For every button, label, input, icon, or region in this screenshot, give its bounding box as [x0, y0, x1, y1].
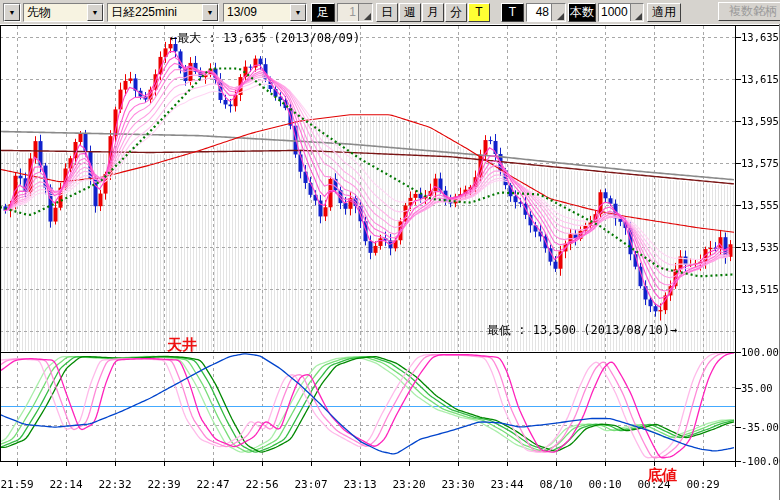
- multi-symbol-button[interactable]: 複数銘柄: [718, 2, 780, 21]
- apply-button[interactable]: 適用: [647, 3, 681, 22]
- chevron-down-icon[interactable]: ▼: [202, 4, 218, 21]
- window-select-combo[interactable]: ▼: [3, 3, 21, 22]
- market-combo-value: 先物: [24, 4, 87, 21]
- max-price-annotation: ←最大 : 13,635 (2013/08/09): [170, 30, 360, 47]
- weekly-button[interactable]: 週: [399, 3, 421, 22]
- symbol-combo[interactable]: 日経225mini ▼: [107, 3, 219, 22]
- spinner-handle-icon[interactable]: [630, 4, 643, 21]
- tick-size-value: 48: [527, 4, 551, 21]
- spinner-handle-icon[interactable]: [551, 4, 565, 21]
- minute-button[interactable]: 分: [445, 3, 467, 22]
- bar-count-button[interactable]: 本数: [568, 3, 596, 22]
- symbol-combo-value: 日経225mini: [108, 4, 202, 21]
- ceiling-label: 天井: [167, 336, 197, 355]
- bar-count-value: 1000: [599, 4, 630, 21]
- chevron-down-icon[interactable]: ▼: [87, 4, 103, 21]
- bar-count-spinner[interactable]: 1000: [598, 3, 644, 22]
- chevron-down-icon[interactable]: ▼: [290, 4, 306, 21]
- spinner-handle-icon[interactable]: [358, 4, 372, 21]
- daily-button[interactable]: 日: [376, 3, 398, 22]
- contract-month-combo[interactable]: 13/09 ▼: [223, 3, 307, 22]
- price-oscillator-chart-canvas[interactable]: [0, 0, 780, 500]
- toolbar: ▼ 先物 ▼ 日経225mini ▼ 13/09 ▼ 足 1 日 週 月 分 T…: [0, 0, 780, 24]
- market-combo[interactable]: 先物 ▼: [23, 3, 104, 22]
- bar-interval-value: 1: [338, 4, 358, 21]
- tick-size-spinner[interactable]: 48: [526, 3, 566, 22]
- chevron-down-icon[interactable]: ▼: [4, 4, 20, 21]
- monthly-button[interactable]: 月: [422, 3, 444, 22]
- bottom-label: 底値: [647, 466, 677, 485]
- bar-interval-spinner[interactable]: 1: [337, 3, 373, 22]
- chart-application-window: ▼ 先物 ▼ 日経225mini ▼ 13/09 ▼ 足 1 日 週 月 分 T…: [0, 0, 780, 500]
- min-price-annotation: 最低 : 13,500 (2013/08/10)→: [487, 322, 677, 339]
- tick-mode-button[interactable]: T: [468, 3, 490, 22]
- tick-size-button[interactable]: T: [501, 3, 524, 22]
- contract-month-value: 13/09: [224, 4, 290, 21]
- bar-type-button[interactable]: 足: [311, 3, 335, 22]
